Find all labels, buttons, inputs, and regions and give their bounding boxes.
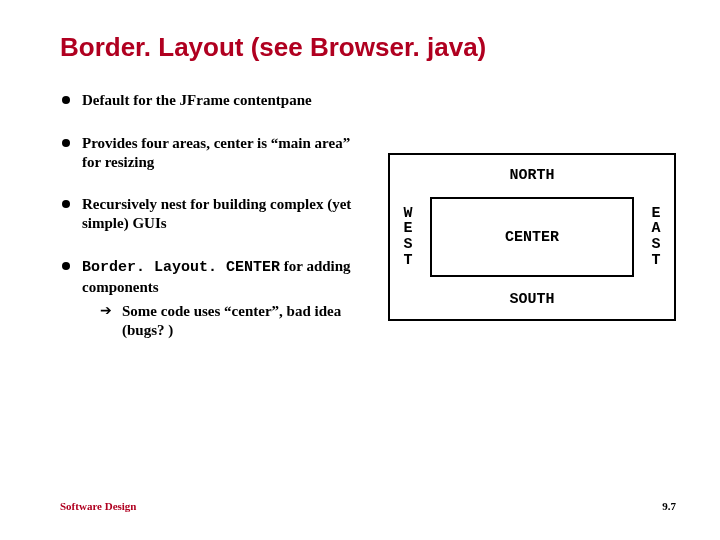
bullet-text: Default for the JFrame contentpane [82, 92, 312, 108]
bullet-text: Provides four areas, center is “main are… [82, 135, 350, 170]
region-north: NORTH [390, 155, 674, 195]
slide-title: Border. Layout (see Browser. java) [60, 32, 680, 63]
bullet-item: Default for the JFrame contentpane [60, 91, 360, 110]
borderlayout-diagram: NORTH W E S T CENTER E A S T SOUTH [388, 153, 676, 321]
footer-left: Software Design [60, 500, 136, 512]
slide: Border. Layout (see Browser. java) Defau… [0, 0, 720, 540]
bullet-list: Default for the JFrame contentpane Provi… [60, 91, 360, 364]
footer-right: 9.7 [662, 500, 676, 512]
region-center: CENTER [430, 197, 634, 277]
region-east: E A S T [638, 195, 674, 279]
bullet-item: Recursively nest for building complex (y… [60, 195, 360, 233]
bullet-item: Provides four areas, center is “main are… [60, 134, 360, 172]
sub-bullet-item: Some code uses “center”, bad idea (bugs?… [100, 302, 360, 340]
region-west: W E S T [390, 195, 426, 279]
code-text: Border. Layout. CENTER [82, 259, 280, 276]
bullet-item: Border. Layout. CENTER for adding compon… [60, 257, 360, 340]
sub-bullet-text: Some code uses “center”, bad idea (bugs?… [122, 303, 341, 338]
content-row: Default for the JFrame contentpane Provi… [60, 91, 680, 364]
region-south: SOUTH [390, 279, 674, 319]
region-middle-row: W E S T CENTER E A S T [390, 195, 674, 279]
bullet-text: Recursively nest for building complex (y… [82, 196, 351, 231]
